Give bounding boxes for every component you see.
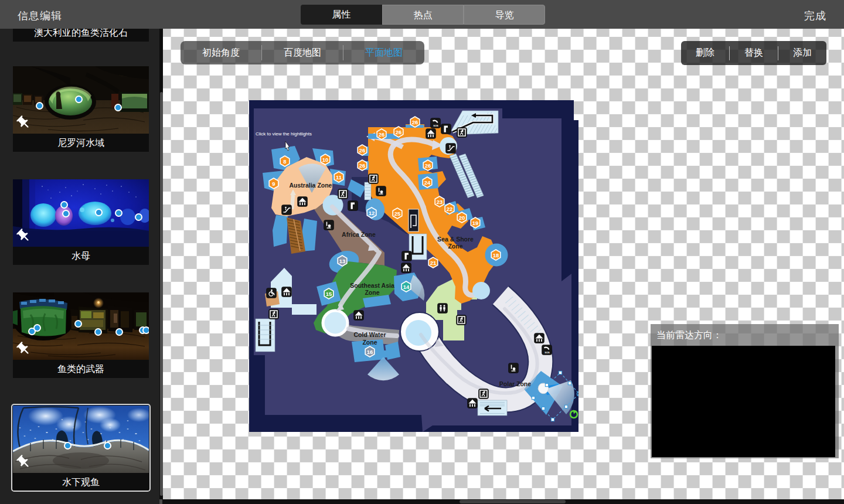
svg-text:11: 11 — [336, 174, 342, 181]
svg-text:23: 23 — [437, 199, 443, 205]
svg-text:10: 10 — [322, 156, 329, 163]
svg-text:Africa Zone: Africa Zone — [342, 231, 376, 238]
svg-text:Zone: Zone — [362, 339, 377, 346]
svg-text:26: 26 — [396, 129, 402, 135]
svg-text:26: 26 — [359, 162, 366, 169]
svg-text:24: 24 — [424, 179, 431, 186]
svg-text:20: 20 — [459, 214, 465, 221]
svg-text:21: 21 — [430, 260, 437, 266]
svg-text:Zone: Zone — [365, 289, 379, 296]
svg-text:Sea & Shore: Sea & Shore — [437, 236, 474, 243]
svg-text:13: 13 — [339, 258, 346, 264]
svg-text:Cold Water: Cold Water — [353, 331, 386, 338]
svg-text:Polar Zone: Polar Zone — [499, 380, 531, 387]
svg-text:26: 26 — [412, 119, 418, 125]
svg-text:12: 12 — [369, 210, 375, 216]
svg-text:Zone: Zone — [448, 243, 462, 250]
svg-text:26: 26 — [359, 147, 366, 154]
svg-text:25: 25 — [394, 210, 401, 217]
svg-text:15: 15 — [326, 291, 332, 297]
svg-text:14: 14 — [403, 284, 410, 290]
svg-text:8: 8 — [283, 158, 286, 165]
svg-text:Australia Zone: Australia Zone — [290, 182, 332, 189]
svg-text:26: 26 — [379, 131, 385, 138]
svg-text:18: 18 — [493, 252, 499, 258]
svg-text:26: 26 — [425, 162, 431, 169]
svg-text:Southeast Asia: Southeast Asia — [350, 282, 394, 289]
svg-text:19: 19 — [472, 220, 479, 226]
svg-text:Click to view the hightlights: Click to view the hightlights — [256, 131, 312, 137]
svg-text:16: 16 — [367, 349, 373, 355]
svg-text:9: 9 — [272, 181, 275, 187]
svg-text:22: 22 — [447, 206, 453, 212]
